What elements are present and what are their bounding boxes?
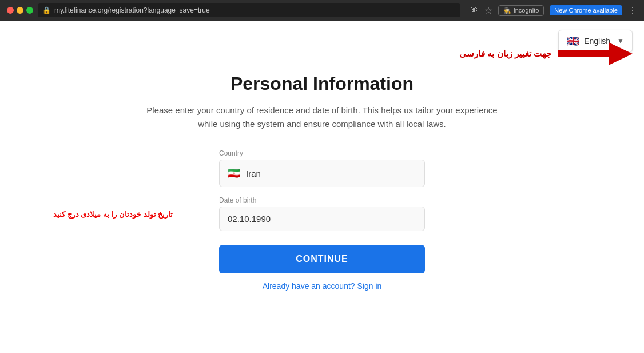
form-subtitle: Please enter your country of residence a… xyxy=(139,104,505,131)
country-value: Iran xyxy=(246,169,261,179)
incognito-icon: 🕵️ xyxy=(503,7,511,14)
language-annotation: جهت تغییر زبان به فارسی xyxy=(459,42,633,65)
country-field-group: Country 🇮🇷 Iran xyxy=(219,149,425,187)
red-arrow-icon xyxy=(558,42,633,65)
url-bar[interactable]: 🔒 my.litefinance.org/registration?langua… xyxy=(38,3,460,17)
url-text: my.litefinance.org/registration?language… xyxy=(54,6,210,14)
lang-bar: جهت تغییر زبان به فارسی 🇬🇧 English ▼ xyxy=(0,21,644,62)
country-flag-icon: 🇮🇷 xyxy=(228,167,240,180)
fa-annotation-text: جهت تغییر زبان به فارسی xyxy=(459,49,551,59)
dob-field-group: تاریخ تولد خودتان را به میلادی درج کنید … xyxy=(219,196,425,231)
svg-rect-0 xyxy=(558,50,613,57)
date-annotation-text: تاریخ تولد خودتان را به میلادی درج کنید xyxy=(53,209,173,218)
incognito-label: Incognito xyxy=(514,7,539,14)
signin-link[interactable]: Already have an account? Sign in xyxy=(133,281,511,291)
dob-label: Date of birth xyxy=(219,196,425,204)
country-label: Country xyxy=(219,149,425,157)
country-select[interactable]: 🇮🇷 Iran xyxy=(219,160,425,187)
star-icon: ☆ xyxy=(484,5,492,16)
chrome-update-button[interactable]: New Chrome available xyxy=(550,5,622,15)
dob-input-wrapper[interactable] xyxy=(219,207,425,231)
browser-actions: 👁 ☆ 🕵️ Incognito New Chrome available ⋮ xyxy=(470,5,637,16)
svg-marker-1 xyxy=(609,42,633,65)
page-content: جهت تغییر زبان به فارسی 🇬🇧 English ▼ Per… xyxy=(0,21,644,353)
page-title: Personal Information xyxy=(133,73,511,94)
minimize-dot xyxy=(17,7,23,14)
dob-input[interactable] xyxy=(228,214,416,224)
window-controls xyxy=(7,7,33,14)
continue-button[interactable]: CONTINUE xyxy=(219,245,425,273)
incognito-badge: 🕵️ Incognito xyxy=(498,5,544,16)
form-area: Personal Information Please enter your c… xyxy=(122,73,522,291)
maximize-dot xyxy=(26,7,33,14)
menu-icon[interactable]: ⋮ xyxy=(628,5,637,16)
close-dot xyxy=(7,7,14,14)
browser-chrome: 🔒 my.litefinance.org/registration?langua… xyxy=(0,0,644,21)
eye-off-icon: 👁 xyxy=(470,5,479,15)
